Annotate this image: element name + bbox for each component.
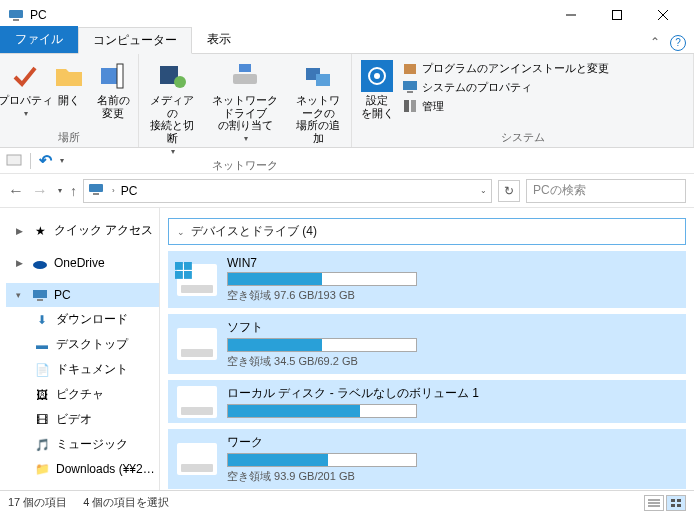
svg-rect-22 xyxy=(7,155,21,165)
drive-name: WIN7 xyxy=(227,256,677,270)
drive-icon xyxy=(177,328,217,360)
forward-button[interactable]: → xyxy=(32,182,48,200)
folder-icon[interactable] xyxy=(6,151,22,170)
open-button[interactable]: 開く xyxy=(50,58,88,107)
tab-file[interactable]: ファイル xyxy=(0,26,78,53)
drive-name: ワーク xyxy=(227,434,677,451)
checkmark-icon xyxy=(9,60,41,92)
svg-rect-19 xyxy=(407,91,413,93)
box-icon xyxy=(402,60,418,76)
tab-view[interactable]: 表示 xyxy=(192,26,246,53)
pictures-icon: 🖼 xyxy=(34,387,50,403)
chevron-down-icon: ▾ xyxy=(16,290,26,300)
sidebar-item-music[interactable]: 🎵 ミュージック xyxy=(6,432,159,457)
sidebar-item-onedrive[interactable]: ▶ OneDrive xyxy=(6,251,159,275)
svg-rect-29 xyxy=(184,262,192,270)
status-selected-count: 4 個の項目を選択 xyxy=(83,495,169,510)
system-properties-button[interactable]: システムのプロパティ xyxy=(402,79,609,95)
svg-rect-3 xyxy=(613,11,622,20)
sidebar-item-downloads[interactable]: ⬇ ダウンロード xyxy=(6,307,159,332)
drive-icon xyxy=(177,443,217,475)
document-icon: 📄 xyxy=(34,362,50,378)
maximize-button[interactable] xyxy=(594,0,640,30)
breadcrumb[interactable]: PC xyxy=(121,184,138,198)
svg-rect-26 xyxy=(33,290,47,298)
svg-rect-38 xyxy=(677,504,681,507)
refresh-button[interactable]: ↻ xyxy=(498,180,520,202)
folder-open-icon xyxy=(53,60,85,92)
drive-usage-bar xyxy=(227,404,417,418)
help-icon[interactable]: ? xyxy=(670,35,686,51)
sidebar-item-desktop[interactable]: ▬ デスクトップ xyxy=(6,332,159,357)
chevron-right-icon[interactable]: › xyxy=(112,186,115,195)
chevron-right-icon: ▶ xyxy=(16,258,26,268)
svg-rect-21 xyxy=(411,100,416,112)
media-icon xyxy=(156,60,188,92)
back-button[interactable]: ← xyxy=(8,182,24,200)
svg-rect-24 xyxy=(93,193,99,195)
section-header-devices[interactable]: ⌄ デバイスとドライブ (4) xyxy=(168,218,686,245)
svg-point-25 xyxy=(33,261,47,269)
drive-name: ソフト xyxy=(227,319,677,336)
svg-rect-20 xyxy=(404,100,409,112)
minimize-button[interactable] xyxy=(548,0,594,30)
svg-rect-1 xyxy=(13,19,19,21)
drive-free-text: 空き領域 97.6 GB/193 GB xyxy=(227,288,677,303)
view-tiles-button[interactable] xyxy=(666,495,686,511)
add-location-button[interactable]: ネットワークの 場所の追加 xyxy=(291,58,345,145)
tab-computer[interactable]: コンピューター xyxy=(78,27,192,54)
media-connect-button[interactable]: メディアの 接続と切断 ▾ xyxy=(145,58,199,156)
drive-usage-bar xyxy=(227,272,417,286)
rename-button[interactable]: 名前の 変更 xyxy=(94,58,132,119)
svg-rect-17 xyxy=(404,64,416,74)
sidebar-item-quickaccess[interactable]: ▶ ★ クイック アクセス xyxy=(6,218,159,243)
ribbon: プロパティ ▾ 開く 名前の 変更 場所 メディアの 接続と切断 ▾ ネットワ xyxy=(0,54,694,148)
sidebar-item-videos[interactable]: 🎞 ビデオ xyxy=(6,407,159,432)
drive-item[interactable]: ソフト 空き領域 34.5 GB/69.2 GB xyxy=(168,314,686,374)
undo-icon[interactable]: ↶ xyxy=(39,151,52,170)
address-box[interactable]: › PC ⌄ xyxy=(83,179,492,203)
star-icon: ★ xyxy=(32,223,48,239)
drive-item[interactable]: WIN7 空き領域 97.6 GB/193 GB xyxy=(168,251,686,308)
svg-rect-28 xyxy=(175,262,183,270)
section-header-network[interactable]: › ネットワークの場所 (7) xyxy=(160,489,694,490)
ribbon-tabs: ファイル コンピューター 表示 ⌃ ? xyxy=(0,30,694,54)
chevron-down-icon[interactable]: ⌄ xyxy=(480,186,487,195)
content-pane: ⌄ デバイスとドライブ (4) WIN7 空き領域 97.6 GB/193 GB… xyxy=(160,208,694,490)
pc-icon xyxy=(8,7,24,23)
drive-usage-bar xyxy=(227,453,417,467)
search-input[interactable]: PCの検索 xyxy=(526,179,686,203)
sidebar-item-pictures[interactable]: 🖼 ピクチャ xyxy=(6,382,159,407)
svg-point-16 xyxy=(374,73,380,79)
sidebar-item-pc[interactable]: ▾ PC xyxy=(6,283,159,307)
svg-rect-36 xyxy=(677,499,681,502)
view-details-button[interactable] xyxy=(644,495,664,511)
collapse-ribbon-icon[interactable]: ⌃ xyxy=(644,31,666,53)
quick-access-toolbar: ↶ ▾ xyxy=(0,148,694,174)
history-dropdown-icon[interactable]: ▾ xyxy=(58,186,62,195)
sidebar-item-downloads-share[interactable]: 📁 Downloads (¥¥2… xyxy=(6,457,159,481)
close-button[interactable] xyxy=(640,0,686,30)
manage-button[interactable]: 管理 xyxy=(402,98,609,114)
monitor-icon xyxy=(402,79,418,95)
svg-rect-11 xyxy=(239,64,251,72)
ribbon-group-location: プロパティ ▾ 開く 名前の 変更 場所 xyxy=(0,54,139,147)
open-settings-button[interactable]: 設定 を開く xyxy=(358,58,396,119)
svg-rect-37 xyxy=(671,504,675,507)
drive-item[interactable]: ローカル ディスク - ラベルなしのボリューム 1 xyxy=(168,380,686,423)
navigation-sidebar: ▶ ★ クイック アクセス ▶ OneDrive ▾ PC ⬇ ダウンロード ▬… xyxy=(0,208,160,490)
svg-rect-27 xyxy=(37,299,43,301)
uninstall-programs-button[interactable]: プログラムのアンインストールと変更 xyxy=(402,60,609,76)
qat-dropdown-icon[interactable]: ▾ xyxy=(60,156,64,165)
desktop-icon: ▬ xyxy=(34,337,50,353)
map-drive-button[interactable]: ネットワーク ドライブ の割り当て ▾ xyxy=(205,58,285,143)
svg-rect-30 xyxy=(175,271,183,279)
network-drive-icon xyxy=(229,60,261,92)
chevron-right-icon: ▶ xyxy=(16,226,26,236)
sidebar-item-documents[interactable]: 📄 ドキュメント xyxy=(6,357,159,382)
up-button[interactable]: ↑ xyxy=(70,183,77,199)
drive-item[interactable]: ワーク 空き領域 93.9 GB/201 GB xyxy=(168,429,686,489)
svg-rect-31 xyxy=(184,271,192,279)
properties-button[interactable]: プロパティ ▾ xyxy=(6,58,44,118)
download-icon: ⬇ xyxy=(34,312,50,328)
